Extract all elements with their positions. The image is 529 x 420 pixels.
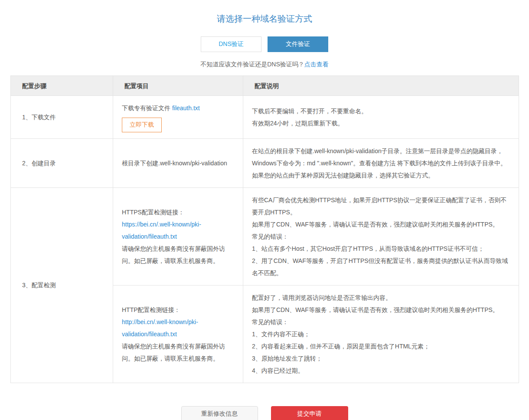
table-header-row: 配置步骤 配置项目 配置说明 [11, 76, 519, 96]
item-cell-download: 下载专有验证文件 fileauth.txt 立即下载 [113, 96, 243, 139]
desc-line: 如果用了CDN、WAF等服务，请确认证书是否有效，强烈建议临时关闭相关服务的HT… [252, 304, 510, 316]
desc-line: 配置好了，请用浏览器访问地址是否正常输出内容。 [252, 292, 510, 304]
col-header-config-items: 配置项目 [113, 76, 243, 96]
desc-cell-http-check: 配置好了，请用浏览器访问地址是否正常输出内容。 如果用了CDN、WAF等服务，请… [243, 285, 519, 383]
tab-file-verification[interactable]: 文件验证 [268, 36, 328, 52]
table-row-config-check-https: 3、配置检测 HTTPS配置检测链接： https://bei.cn/.well… [11, 187, 519, 285]
step-label-create-directory: 2、创建目录 [11, 138, 113, 187]
https-check-label: HTTPS配置检测链接： [122, 206, 234, 218]
download-item-text: 下载专有验证文件 [122, 105, 172, 112]
footer-actions: 重新修改信息 提交申请 [0, 406, 529, 420]
create-directory-item-text: 根目录下创建.well-known/pki-validation [122, 157, 234, 169]
desc-cell-https-check: 有些CA厂商会优先检测HTTPS地址，如果开启HTTPS协议一定要保证正确配置了… [243, 187, 519, 285]
desc-line: 下载后不要编辑，不要打开，不要重命名。 [252, 105, 510, 117]
desc-line: 如果用了CDN、WAF等服务，请确认证书是否有效，强烈建议临时关闭相关服务的HT… [252, 218, 510, 230]
http-check-note: 请确保您的主机服务商没有屏蔽国外访问。如已屏蔽，请联系主机服务商。 [122, 340, 234, 364]
table-row-download-file: 1、下载文件 下载专有验证文件 fileauth.txt 立即下载 下载后不要编… [11, 96, 519, 139]
http-check-label: HTTP配置检测链接： [122, 304, 234, 316]
desc-line: 常见的错误： [252, 230, 510, 243]
desc-text: 在站点的根目录下创建.well-known/pki-validation子目录。… [252, 145, 510, 181]
col-header-config-steps: 配置步骤 [11, 76, 113, 96]
desc-line: 常见的错误： [252, 316, 510, 328]
modify-info-button[interactable]: 重新修改信息 [181, 406, 258, 420]
step-label-download: 1、下载文件 [11, 96, 113, 139]
https-check-link[interactable]: https://bei.cn/.well-known/pki-validatio… [122, 221, 201, 240]
desc-line: 1、文件内容不正确； [252, 328, 510, 340]
desc-line: 有效期24小时，过期后重新下载。 [252, 117, 510, 129]
desc-cell-create-directory: 在站点的根目录下创建.well-known/pki-validation子目录。… [243, 138, 519, 187]
submit-application-button[interactable]: 提交申请 [271, 406, 348, 420]
page-title: 请选择一种域名验证方式 [0, 13, 529, 25]
download-now-button[interactable]: 立即下载 [122, 118, 162, 132]
https-check-note: 请确保您的主机服务商没有屏蔽国外访问。如已屏蔽，请联系主机服务商。 [122, 243, 234, 267]
desc-line: 2、用了CDN、WAF等服务，开启了HTTPS但没有配置证书，服务商提供的默认证… [252, 255, 510, 279]
step-label-config-check: 3、配置检测 [11, 187, 113, 383]
table-row-create-directory: 2、创建目录 根目录下创建.well-known/pki-validation … [11, 138, 519, 187]
desc-line: 1、站点有多个Host，其它Host开启了HTTPS，从而导致该域名的HTTPS… [252, 243, 510, 255]
item-cell-http-check: HTTP配置检测链接： http://bei.cn/.well-known/pk… [113, 285, 243, 383]
item-cell-https-check: HTTPS配置检测链接： https://bei.cn/.well-known/… [113, 187, 243, 285]
hint-click-to-view-link[interactable]: 点击查看 [304, 61, 329, 68]
fileauth-txt-link[interactable]: fileauth.txt [172, 105, 200, 112]
hint-text: 不知道应该文件验证还是DNS验证吗？ [200, 61, 304, 68]
col-header-config-description: 配置说明 [243, 76, 519, 96]
config-table: 配置步骤 配置项目 配置说明 1、下载文件 下载专有验证文件 fileauth.… [10, 75, 519, 383]
desc-line: 4、内容已经过期。 [252, 364, 510, 377]
tab-dns-verification[interactable]: DNS验证 [201, 36, 261, 52]
desc-line: 3、原始地址发生了跳转； [252, 352, 510, 364]
http-check-link[interactable]: http://bei.cn/.well-known/pki-validation… [122, 318, 198, 338]
verification-method-tabs: DNS验证 文件验证 [0, 36, 529, 52]
item-cell-create-directory: 根目录下创建.well-known/pki-validation [113, 138, 243, 187]
desc-line: 2、内容看起来正确，但并不正确，原因是里面包含了HTML元素； [252, 340, 510, 352]
desc-cell-download: 下载后不要编辑，不要打开，不要重命名。 有效期24小时，过期后重新下载。 [243, 96, 519, 139]
verification-hint: 不知道应该文件验证还是DNS验证吗？点击查看 [0, 61, 529, 69]
desc-line: 有些CA厂商会优先检测HTTPS地址，如果开启HTTPS协议一定要保证正确配置了… [252, 194, 510, 218]
